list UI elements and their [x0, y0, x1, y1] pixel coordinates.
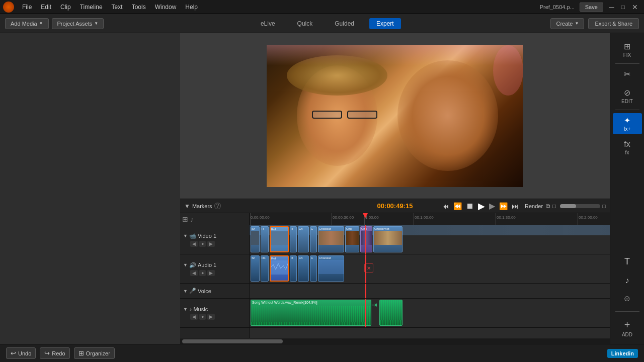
timeline-layout-icon[interactable]: ⊞: [182, 215, 188, 223]
video1-ctrl-3[interactable]: ▶: [207, 241, 215, 247]
fx-tool[interactable]: fx fx: [613, 137, 642, 158]
audio-clip-c[interactable]: C: [310, 255, 317, 282]
music-ctrl-2[interactable]: ●: [199, 314, 206, 320]
music-tool[interactable]: ♪: [622, 273, 632, 288]
project-name: Pref_0504.p...: [540, 4, 575, 10]
video-clip-cho1[interactable]: Cho: [345, 226, 359, 252]
video-clip-chocolat1[interactable]: Chocolat: [318, 226, 344, 252]
video-clip-r1[interactable]: R: [261, 226, 269, 252]
voice-collapse-icon[interactable]: ▼: [183, 289, 188, 294]
video-clip-cho2[interactable]: Cho: [360, 226, 372, 252]
video1-ctrl-2[interactable]: ●: [199, 241, 206, 247]
audio1-track-icon: 🔊: [189, 262, 196, 268]
mode-quick[interactable]: Quick: [290, 18, 320, 29]
audio1-collapse-icon[interactable]: ▼: [183, 262, 188, 267]
video-clip-c[interactable]: C: [310, 226, 317, 252]
video-clip-r2[interactable]: R: [290, 226, 297, 252]
music-collapse-icon[interactable]: ▼: [183, 307, 188, 312]
video-clip-roll[interactable]: Roll: [270, 226, 289, 252]
fix-tool[interactable]: ⊞ FIX: [613, 39, 642, 60]
transport-play[interactable]: ▶: [478, 201, 485, 212]
window-maximize[interactable]: □: [618, 3, 628, 12]
video-clip-ch[interactable]: Ch: [298, 226, 309, 252]
organizer-button[interactable]: ⊞ Organizer: [74, 347, 115, 359]
menu-file[interactable]: File: [18, 3, 36, 12]
add-media-button[interactable]: Add Media ▼: [5, 18, 49, 29]
music-clip-end-marker[interactable]: ⇥: [370, 300, 378, 326]
transport-prev-frame[interactable]: ⏪: [453, 202, 462, 210]
music-ctrl-3[interactable]: ▶: [207, 314, 215, 320]
audio-clip-sh[interactable]: Sh: [251, 255, 260, 282]
audio1-ctrl-1[interactable]: ◀: [190, 270, 198, 276]
markers-help-icon[interactable]: ?: [214, 203, 221, 209]
music-track-icon: ♪: [189, 306, 192, 312]
create-button[interactable]: Create ▼: [550, 18, 584, 29]
video1-collapse-icon[interactable]: ▼: [183, 233, 188, 238]
project-assets-button[interactable]: Project Assets ▼: [52, 18, 104, 29]
fx-icon: fx: [615, 140, 640, 149]
window-minimize[interactable]: ─: [606, 2, 617, 12]
transport-to-start[interactable]: ⏮: [442, 202, 449, 210]
fx-wand-tool[interactable]: ✦ fx+: [613, 113, 642, 134]
clips-scroll-area[interactable]: 0:00:00:00 00:00:30:00 1:00:00 00:1:00:0…: [250, 213, 610, 338]
audio-clip-ch[interactable]: Ch: [298, 255, 309, 282]
audio-clip-chocolat[interactable]: Chocolat: [318, 255, 344, 282]
video1-track-clips[interactable]: Sh R Roll: [250, 225, 610, 254]
video-clip-sh[interactable]: Sh: [251, 226, 260, 252]
music-track-name: Music: [193, 306, 208, 312]
mode-elive[interactable]: eLive: [254, 18, 282, 29]
audio-clip-r[interactable]: R: [290, 255, 297, 282]
menu-help[interactable]: Help: [181, 3, 202, 12]
scissors-icon: ✂: [615, 69, 640, 79]
export-share-button[interactable]: Export & Share: [588, 18, 639, 29]
emoji-tool[interactable]: ☺: [620, 291, 634, 306]
add-tool[interactable]: + ADD: [613, 317, 642, 340]
timeline-audio-icon[interactable]: ♪: [190, 215, 194, 223]
audio1-track-clips[interactable]: Sh Ro Roll: [250, 254, 610, 284]
track-headers: ⊞ ♪ ▼ 📹 Video 1 ◀ ●: [180, 213, 250, 338]
menu-window[interactable]: Window: [151, 3, 181, 12]
video1-ctrl-1[interactable]: ◀: [190, 241, 198, 247]
bottom-bar: ↩ Undo ↪ Redo ⊞ Organizer Linkedin: [0, 344, 644, 362]
audio1-ctrl-3[interactable]: ▶: [207, 270, 215, 276]
redo-button[interactable]: ↪ Redo: [40, 347, 69, 359]
organizer-icon: ⊞: [78, 349, 84, 357]
audio-clip-roll[interactable]: Roll: [270, 255, 289, 282]
playhead-ruler-marker: [365, 213, 368, 218]
audio1-ctrl-2[interactable]: ●: [199, 270, 206, 276]
music-ctrl-1[interactable]: ◀: [190, 314, 198, 320]
render-icon-1[interactable]: ⧉: [546, 203, 550, 210]
markers-label[interactable]: Markers: [192, 203, 212, 209]
edit-tool[interactable]: ⊘ EDIT: [613, 85, 642, 107]
video-clip-chocophot[interactable]: ChocoPhot: [373, 226, 403, 252]
text-tool[interactable]: T: [621, 253, 633, 270]
transport-next-frame[interactable]: ⏩: [499, 202, 508, 210]
audio-clip-ro[interactable]: Ro: [261, 255, 269, 282]
save-button[interactable]: Save: [580, 3, 603, 12]
menu-edit[interactable]: Edit: [37, 3, 55, 12]
transport-play-alt[interactable]: ▶: [489, 201, 495, 211]
menu-tools[interactable]: Tools: [128, 3, 150, 12]
music-track-clips[interactable]: Song Without Words.wav_Remix[104.9%] ⇥: [250, 299, 610, 328]
timeline-scrollbar[interactable]: [180, 338, 610, 344]
playhead-audio1: [365, 254, 366, 283]
mode-guided[interactable]: Guided: [328, 18, 361, 29]
video1-track-name: Video 1: [198, 233, 216, 239]
menu-text[interactable]: Text: [108, 3, 127, 12]
music-clip-2[interactable]: [379, 300, 403, 326]
audio1-track-header: ▼ 🔊 Audio 1 ◀ ● ▶: [180, 254, 249, 284]
menu-timeline[interactable]: Timeline: [76, 3, 107, 12]
voice-track-clips[interactable]: [250, 284, 610, 299]
transport-stop[interactable]: ⏹: [466, 202, 474, 211]
menu-clip[interactable]: Clip: [56, 3, 75, 12]
render-icon-2[interactable]: □: [552, 203, 556, 210]
linkedin-badge[interactable]: Linkedin: [607, 349, 638, 358]
window-close[interactable]: ✕: [629, 2, 641, 12]
transport-to-end[interactable]: ⏭: [512, 202, 519, 210]
mode-expert[interactable]: Expert: [369, 18, 401, 29]
render-button[interactable]: Render: [525, 203, 543, 209]
scissors-tool[interactable]: ✂: [613, 67, 642, 82]
undo-button[interactable]: ↩ Undo: [6, 347, 36, 359]
markers-collapse-icon[interactable]: ▼: [184, 203, 190, 210]
music-clip-1[interactable]: Song Without Words.wav_Remix[104.9%]: [251, 300, 371, 326]
